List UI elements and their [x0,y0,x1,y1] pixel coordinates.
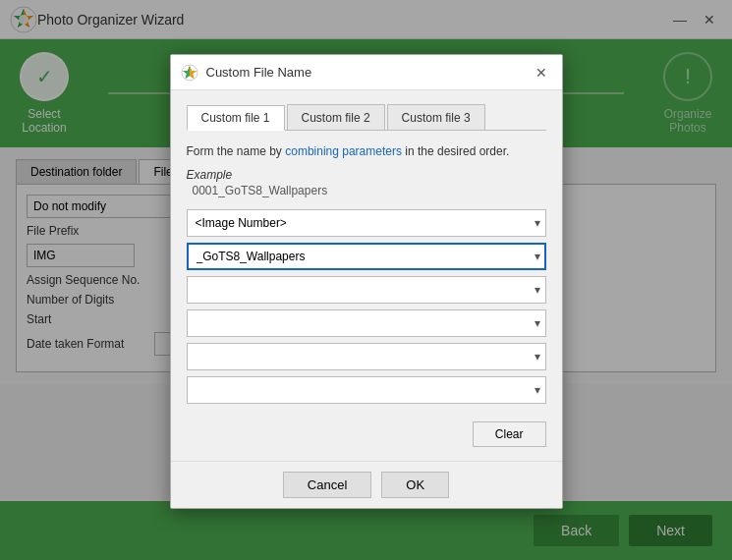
custom-filename-dialog: Custom File Name ✕ Custom file 1 Custom … [170,54,563,509]
example-value: 0001_GoTS8_Wallpapers [187,184,546,197]
dropdown-row-5: ▾ [187,343,546,370]
dialog-actions: Clear [187,414,546,447]
dropdown-row-3: ▾ [187,276,546,304]
dropdown-row-4: ▾ [187,309,546,337]
dropdown-row-1: <Image Number> ▾ [187,209,546,237]
ok-button[interactable]: OK [381,472,449,498]
dialog-close-button[interactable]: ✕ [531,62,552,84]
dropdown-select-5[interactable] [187,343,546,370]
clear-button[interactable]: Clear [473,421,546,447]
modal-overlay: Custom File Name ✕ Custom file 1 Custom … [0,0,732,560]
main-window: Photo Organizer Wizard — ✕ ✓ SelectLocat… [0,0,732,560]
dialog-footer: Cancel OK [171,461,562,508]
instruction-highlight: combining parameters [285,144,402,158]
dialog-title-icon [181,64,198,82]
dropdown-select-2[interactable]: _GoTS8_Wallpapers [187,243,546,270]
dropdown-select-4[interactable] [187,309,546,337]
dropdown-row-2: _GoTS8_Wallpapers ▾ [187,243,546,270]
dialog-tabs: Custom file 1 Custom file 2 Custom file … [187,104,546,131]
dialog-title-text: Custom File Name [206,65,531,80]
dialog-tab-custom-file-3[interactable]: Custom file 3 [387,104,485,130]
dialog-body: Custom file 1 Custom file 2 Custom file … [171,90,562,461]
dropdown-select-1[interactable]: <Image Number> [187,209,546,237]
dropdown-select-6[interactable] [187,376,546,404]
dialog-tab-custom-file-1[interactable]: Custom file 1 [187,105,285,131]
example-label: Example [187,168,546,182]
dropdown-row-6: ▾ [187,376,546,404]
dialog-tab-custom-file-2[interactable]: Custom file 2 [287,104,385,130]
cancel-button[interactable]: Cancel [283,472,371,498]
dialog-titlebar: Custom File Name ✕ [171,55,562,90]
dropdown-select-3[interactable] [187,276,546,304]
instruction-text: Form the name by combining parameters in… [187,142,546,160]
